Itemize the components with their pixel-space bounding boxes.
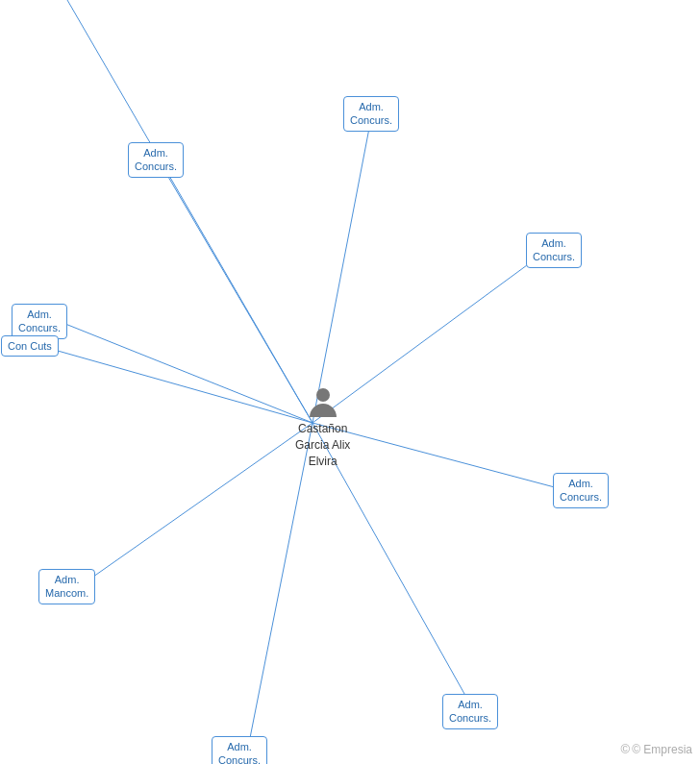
node-3[interactable]: Adm. Concurs. [526, 233, 582, 268]
node-6[interactable]: Adm. Mancom. [38, 569, 95, 604]
svg-line-9 [67, 0, 312, 423]
svg-point-10 [316, 388, 330, 402]
svg-line-5 [77, 423, 312, 588]
svg-line-4 [312, 423, 565, 490]
svg-line-3 [56, 320, 312, 423]
node-2[interactable]: Adm. Concurs. [343, 96, 399, 132]
svg-line-7 [248, 423, 312, 748]
node-5[interactable]: Adm. Concurs. [553, 473, 609, 508]
node-1[interactable]: Adm. Concurs. [128, 142, 184, 178]
person-icon [306, 384, 340, 419]
svg-line-1 [312, 123, 370, 423]
svg-line-8 [58, 351, 312, 423]
center-node-label: Castañon Garcia Alix Elvira [295, 421, 350, 469]
center-node: Castañon Garcia Alix Elvira [295, 384, 350, 469]
node-4[interactable]: Adm. Concurs. [12, 304, 67, 339]
node-8[interactable]: Adm. Concurs. [212, 736, 267, 764]
node-7[interactable]: Adm. Concurs. [442, 694, 498, 729]
node-9-con-cuts[interactable]: Con Cuts [1, 335, 59, 357]
watermark: © © Empresia [621, 742, 692, 756]
